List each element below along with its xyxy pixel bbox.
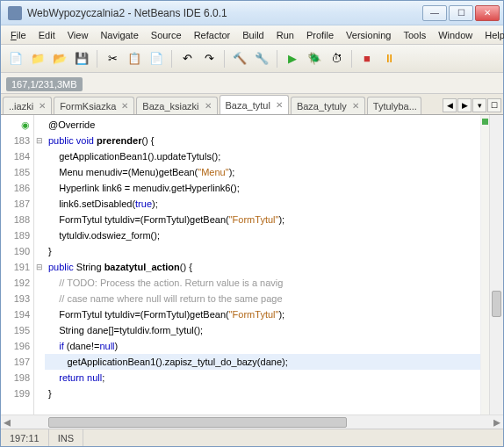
- close-icon[interactable]: ✕: [37, 101, 47, 111]
- undo-button[interactable]: ↶: [177, 49, 197, 68]
- save-all-button[interactable]: 💾: [72, 49, 91, 68]
- current-line: getApplicationBean1().zapisz_tytul_do_ba…: [45, 354, 503, 370]
- menu-file[interactable]: File: [6, 28, 31, 42]
- tab-list[interactable]: ▾: [472, 98, 486, 112]
- close-button[interactable]: ✕: [475, 5, 500, 21]
- vertical-scrollbar[interactable]: [489, 115, 503, 415]
- fold-gutter[interactable]: ⊟ ⊟: [34, 115, 45, 415]
- menu-help[interactable]: Help: [480, 28, 504, 42]
- copy-button[interactable]: 📋: [125, 49, 144, 68]
- window-controls: — ☐ ✕: [422, 5, 500, 21]
- separator: [171, 50, 172, 68]
- profile-button[interactable]: ⏱: [327, 49, 346, 68]
- tab-baza-ksiazki[interactable]: Baza_ksiazki✕: [136, 97, 217, 114]
- separator: [351, 50, 352, 68]
- menu-window[interactable]: Window: [434, 28, 477, 42]
- build-button[interactable]: 🔨: [230, 49, 249, 68]
- menubar: File Edit View Navigate Source Refactor …: [1, 25, 503, 45]
- status-bar: 197:11 INS: [1, 429, 503, 446]
- window-title: WebWypozyczalnia2 - NetBeans IDE 6.0.1: [27, 7, 422, 19]
- minimize-button[interactable]: —: [422, 5, 447, 21]
- maximize-button[interactable]: ☐: [449, 5, 473, 21]
- new-file-button[interactable]: 📄: [6, 49, 25, 68]
- scroll-thumb[interactable]: [492, 291, 501, 317]
- memory-bar: 167,1/231,3MB: [1, 73, 503, 94]
- new-project-button[interactable]: 📁: [28, 49, 47, 68]
- cut-button[interactable]: ✂: [103, 49, 122, 68]
- horizontal-scrollbar[interactable]: ◂ ▸: [1, 415, 503, 429]
- open-project-button[interactable]: 📂: [50, 49, 69, 68]
- tab-nav: ◀ ▶ ▾ ☐: [443, 98, 501, 114]
- editor-tabs: ..iazki✕ FormKsiazka✕ Baza_ksiazki✕ Baza…: [1, 94, 503, 115]
- menu-versioning[interactable]: Versioning: [342, 28, 395, 42]
- close-icon[interactable]: ✕: [350, 101, 361, 111]
- tab-scroll-right[interactable]: ▶: [457, 98, 472, 112]
- tab-scroll-left[interactable]: ◀: [443, 98, 457, 112]
- insert-mode: INS: [49, 429, 83, 446]
- ok-mark-icon: [482, 119, 488, 125]
- app-icon: [8, 6, 22, 20]
- line-numbers: ◉ 183184185 186187188 189190191 19219319…: [1, 115, 34, 415]
- redo-button[interactable]: ↷: [199, 49, 219, 68]
- ide-window: WebWypozyczalnia2 - NetBeans IDE 6.0.1 —…: [0, 0, 504, 447]
- menu-navigate[interactable]: Navigate: [96, 28, 142, 42]
- scroll-thumb[interactable]: [48, 417, 347, 428]
- menu-source[interactable]: Source: [147, 28, 186, 42]
- tab-maximize[interactable]: ☐: [487, 98, 501, 112]
- close-icon[interactable]: ✕: [203, 101, 213, 111]
- code-editor[interactable]: ◉ 183184185 186187188 189190191 19219319…: [1, 115, 503, 415]
- code-area[interactable]: @Override public void prerender() { getA…: [45, 115, 503, 415]
- toolbar: 📄 📁 📂 💾 ✂ 📋 📄 ↶ ↷ 🔨 🔧 ▶ 🪲 ⏱ ■ ⏸: [1, 45, 503, 73]
- debug-button[interactable]: 🪲: [305, 49, 324, 68]
- menu-build[interactable]: Build: [238, 28, 268, 42]
- close-icon[interactable]: ✕: [274, 100, 284, 110]
- separator: [277, 50, 277, 68]
- menu-tools[interactable]: Tools: [399, 28, 430, 42]
- titlebar[interactable]: WebWypozyczalnia2 - NetBeans IDE 6.0.1 —…: [1, 1, 503, 25]
- menu-run[interactable]: Run: [272, 28, 299, 42]
- menu-view[interactable]: View: [63, 28, 93, 42]
- tab-iazki[interactable]: ..iazki✕: [3, 97, 52, 114]
- menu-refactor[interactable]: Refactor: [190, 28, 235, 42]
- tab-tytulyba[interactable]: Tytulyba...: [367, 97, 421, 114]
- menu-edit[interactable]: Edit: [34, 28, 60, 42]
- menu-profile[interactable]: Profile: [302, 28, 338, 42]
- stop-button[interactable]: ■: [357, 49, 377, 68]
- cursor-position: 197:11: [1, 429, 49, 446]
- run-button[interactable]: ▶: [283, 49, 302, 68]
- clean-build-button[interactable]: 🔧: [252, 49, 271, 68]
- memory-usage[interactable]: 167,1/231,3MB: [6, 77, 83, 91]
- tab-baza-tytuly[interactable]: Baza_tytuly✕: [291, 97, 365, 114]
- pause-button[interactable]: ⏸: [379, 49, 399, 68]
- separator: [97, 50, 97, 68]
- error-stripe[interactable]: [480, 115, 489, 415]
- separator: [224, 50, 225, 68]
- close-icon[interactable]: ✕: [119, 101, 130, 111]
- paste-button[interactable]: 📄: [147, 49, 166, 68]
- tab-formksiazka[interactable]: FormKsiazka✕: [54, 97, 134, 114]
- tab-baza-tytul[interactable]: Baza_tytul✕: [220, 95, 289, 114]
